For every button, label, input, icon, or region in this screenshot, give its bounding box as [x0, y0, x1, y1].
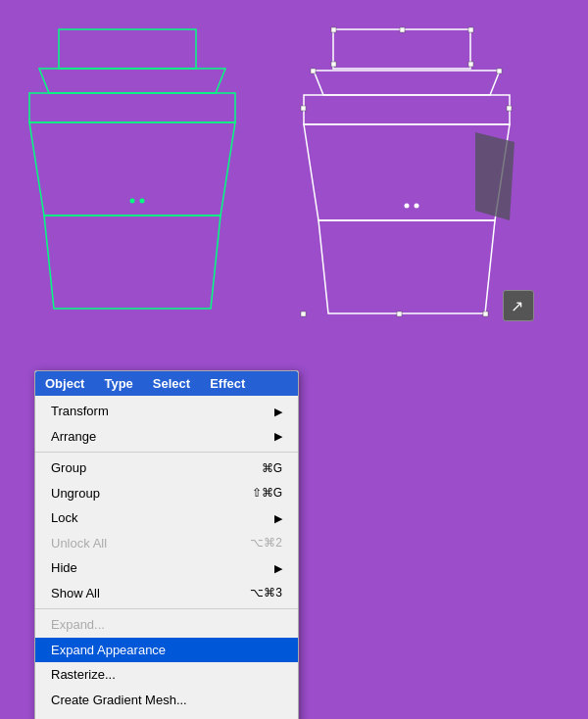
- svg-point-25: [405, 204, 410, 209]
- menu-item-group-shortcut: ⌘G: [262, 459, 282, 477]
- menu-item-hide-arrow: ▶: [274, 560, 282, 577]
- svg-point-6: [140, 199, 145, 204]
- canvas-area: ↗: [0, 0, 588, 382]
- menu-item-arrange-label: Arrange: [51, 427, 96, 447]
- svg-rect-23: [483, 312, 488, 316]
- menu-item-transform-label: Transform: [51, 402, 109, 421]
- separator-1: [35, 452, 298, 453]
- svg-text:↗: ↗: [511, 298, 523, 314]
- menu-bar-item-select[interactable]: Select: [143, 374, 200, 393]
- svg-rect-12: [331, 62, 336, 67]
- svg-rect-18: [301, 106, 306, 111]
- menu-item-unlock-all[interactable]: Unlock All ⌥⌘2: [35, 531, 298, 556]
- menu-item-hide[interactable]: Hide ▶: [35, 555, 298, 581]
- separator-2: [35, 608, 298, 609]
- svg-rect-7: [333, 29, 470, 69]
- menu-item-arrange-arrow: ▶: [274, 428, 282, 445]
- menu-item-expand-appearance[interactable]: Expand Appearance: [35, 638, 298, 663]
- svg-marker-13: [314, 71, 500, 95]
- svg-marker-20: [318, 220, 495, 313]
- menu-item-expand-label: Expand...: [51, 615, 105, 635]
- menu-item-object-mosaic[interactable]: Create Object Mosaic...: [35, 712, 298, 719]
- right-shape: ↗: [304, 20, 539, 375]
- menu-item-gradient-mesh-label: Create Gradient Mesh...: [51, 691, 187, 710]
- menu-item-object-mosaic-label: Create Object Mosaic...: [51, 715, 184, 719]
- svg-marker-1: [39, 69, 225, 93]
- menu-item-lock-arrow: ▶: [274, 510, 282, 527]
- svg-rect-9: [400, 27, 405, 32]
- menu-item-expand[interactable]: Expand...: [35, 612, 298, 638]
- menu-item-show-all-shortcut: ⌥⌘3: [250, 584, 282, 601]
- menu-item-unlock-all-shortcut: ⌥⌘2: [250, 534, 282, 551]
- menu-item-transform-arrow: ▶: [274, 404, 282, 420]
- svg-rect-22: [397, 312, 402, 316]
- menu-item-lock[interactable]: Lock ▶: [35, 505, 298, 531]
- menu-item-group[interactable]: Group ⌘G: [35, 455, 298, 481]
- svg-rect-10: [468, 27, 473, 32]
- menu-item-group-label: Group: [51, 458, 86, 478]
- menu-item-expand-appearance-label: Expand Appearance: [51, 641, 166, 660]
- menu-item-arrange[interactable]: Arrange ▶: [35, 424, 298, 450]
- menu-item-rasterize[interactable]: Rasterize...: [35, 662, 298, 688]
- svg-rect-19: [507, 106, 512, 111]
- svg-rect-14: [311, 69, 316, 73]
- svg-rect-0: [59, 29, 196, 69]
- svg-rect-21: [301, 312, 306, 316]
- svg-rect-11: [468, 62, 473, 67]
- cursor-svg: ↗: [509, 296, 528, 315]
- object-menu: Object Type Select Effect Transform ▶ Ar…: [34, 370, 299, 719]
- menu-item-gradient-mesh[interactable]: Create Gradient Mesh...: [35, 688, 298, 713]
- menu-bar: Object Type Select Effect: [35, 371, 298, 396]
- menu-item-show-all-label: Show All: [51, 584, 100, 603]
- menu-item-unlock-all-label: Unlock All: [51, 534, 107, 553]
- menu-item-show-all[interactable]: Show All ⌥⌘3: [35, 581, 298, 606]
- left-cup-svg: [29, 20, 265, 353]
- menu-bar-item-type[interactable]: Type: [94, 374, 142, 393]
- svg-rect-17: [304, 95, 510, 124]
- menu-body: Transform ▶ Arrange ▶ Group ⌘G Ungroup ⇧…: [35, 396, 298, 719]
- menu-item-ungroup[interactable]: Ungroup ⇧⌘G: [35, 481, 298, 506]
- svg-rect-15: [497, 69, 502, 73]
- menu-bar-item-object[interactable]: Object: [35, 374, 94, 393]
- menu-item-ungroup-shortcut: ⇧⌘G: [252, 484, 282, 502]
- svg-point-26: [415, 204, 419, 209]
- menu-item-ungroup-label: Ungroup: [51, 484, 100, 503]
- left-shape: [29, 20, 265, 356]
- menu-bar-item-effect[interactable]: Effect: [200, 374, 255, 393]
- svg-rect-8: [331, 27, 336, 32]
- svg-marker-4: [44, 216, 220, 309]
- svg-rect-3: [29, 93, 235, 122]
- menu-item-transform[interactable]: Transform ▶: [35, 399, 298, 424]
- menu-item-lock-label: Lock: [51, 508, 77, 528]
- svg-marker-24: [475, 132, 514, 220]
- menu-item-rasterize-label: Rasterize...: [51, 665, 116, 685]
- menu-item-hide-label: Hide: [51, 558, 77, 578]
- cursor-icon: ↗: [503, 290, 534, 321]
- svg-point-5: [130, 199, 135, 204]
